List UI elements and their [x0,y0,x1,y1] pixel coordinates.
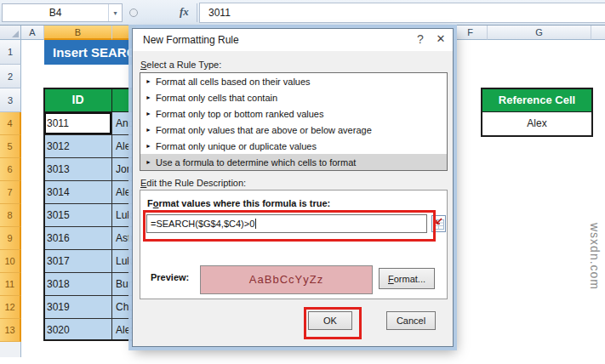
row-header[interactable]: 4 [0,112,21,135]
row-header[interactable]: 13 [0,319,21,342]
rule-type-item[interactable]: Format all cells based on their values [140,73,447,89]
text-caret [255,219,256,229]
column-header-f[interactable]: F [454,26,488,40]
rule-item-arrow-icon [146,127,156,133]
select-all-corner[interactable] [0,26,21,40]
dialog-title: New Formatting Rule [143,34,239,46]
row-header[interactable]: 11 [0,273,21,296]
new-formatting-rule-dialog: New Formatting Rule ? ✕ Select a Rule Ty… [132,28,454,347]
formula-bar-button-icon [129,9,138,17]
rule-type-item[interactable]: Use a formula to determine which cells t… [140,154,447,170]
formula-input-value: =SEARCH($G$4,$C4)>0 [151,219,254,229]
formula-input[interactable]: =SEARCH($G$4,$C4)>0 [146,214,427,233]
preview-label: Preview: [151,272,189,282]
id-column-header-cell[interactable]: ID [44,88,112,112]
cell-id[interactable]: 3016 [44,227,112,250]
cell-id[interactable]: 3015 [44,204,112,227]
formula-bar-value: 3011 [208,7,231,19]
cell-id[interactable]: 3018 [44,273,112,296]
rule-item-arrow-icon [146,159,156,165]
ok-button[interactable]: OK [308,311,352,330]
row-header[interactable]: 5 [0,135,21,158]
cell-id[interactable]: 3017 [44,250,112,273]
row-header[interactable]: 10 [0,250,21,273]
column-header-g[interactable]: G [488,26,591,40]
row-header[interactable]: 2 [0,65,21,88]
rule-type-item[interactable]: Format only unique or duplicate values [140,138,447,154]
row-header[interactable]: 8 [0,204,21,227]
cell-id[interactable]: 3012 [44,135,112,158]
help-icon[interactable]: ? [414,32,427,46]
name-box-value: B4 [3,7,108,19]
cell-id[interactable]: 3013 [44,158,112,181]
cell-id[interactable]: 3014 [44,181,112,204]
collapse-dialog-icon [433,218,444,230]
row-header[interactable]: 6 [0,158,21,181]
collapse-dialog-button[interactable] [431,215,446,232]
reference-cell-value[interactable]: Alex [482,112,591,135]
row-header[interactable]: 1 [0,40,21,65]
select-rule-type-label: Select a Rule Type: [140,60,221,70]
rule-type-item[interactable]: Format only top or bottom ranked values [140,105,447,122]
excel-window: B4 ▾ fx 3011 A B F G 12345678910111213 I… [0,0,605,364]
name-box[interactable]: B4 ▾ [2,3,123,22]
close-icon[interactable]: ✕ [434,32,448,45]
rule-item-arrow-icon [146,94,156,100]
formula-bar-divider [197,3,197,22]
row-header[interactable]: 12 [0,296,21,319]
watermark: wsxdn.com [588,223,602,290]
cell-id[interactable]: 3020 [44,319,112,339]
format-preview: AaBbCcYyZz [200,265,373,294]
cancel-button[interactable]: Cancel [386,311,436,330]
row-header[interactable]: 3 [0,88,21,112]
rule-item-arrow-icon [146,78,156,84]
rule-description-group: Format values where this formula is true… [140,190,448,299]
reference-cell-box: Reference Cell Alex [481,88,593,137]
column-header-h-sliver[interactable] [591,26,605,40]
formula-bar: B4 ▾ fx 3011 [0,0,605,26]
name-box-dropdown-icon[interactable]: ▾ [108,4,122,21]
row-header[interactable]: 7 [0,181,21,204]
row-header[interactable]: 9 [0,227,21,250]
formula-true-label: Format values where this formula is true… [147,198,330,208]
row-header-column: 12345678910111213 [0,40,21,357]
edit-rule-description-label: Edit the Rule Description: [140,178,246,188]
column-header-a[interactable]: A [21,26,44,40]
rule-type-list: Format all cells based on their values F… [140,72,448,171]
formula-bar-input[interactable]: 3011 [199,3,605,23]
cell-id[interactable]: 3011 [44,112,112,135]
format-button[interactable]: Format... [379,268,435,289]
dialog-title-bar[interactable]: New Formatting Rule ? ✕ [133,29,453,51]
rule-type-item[interactable]: Format only cells that contain [140,89,447,105]
insert-function-icon[interactable]: fx [180,5,189,19]
rule-item-arrow-icon [146,143,156,149]
reference-cell-header[interactable]: Reference Cell [482,89,591,112]
rule-type-item[interactable]: Format only values that are above or bel… [140,122,447,138]
rule-item-arrow-icon [146,111,156,117]
column-header-b[interactable]: B [44,26,112,40]
cell-id[interactable]: 3019 [44,296,112,319]
